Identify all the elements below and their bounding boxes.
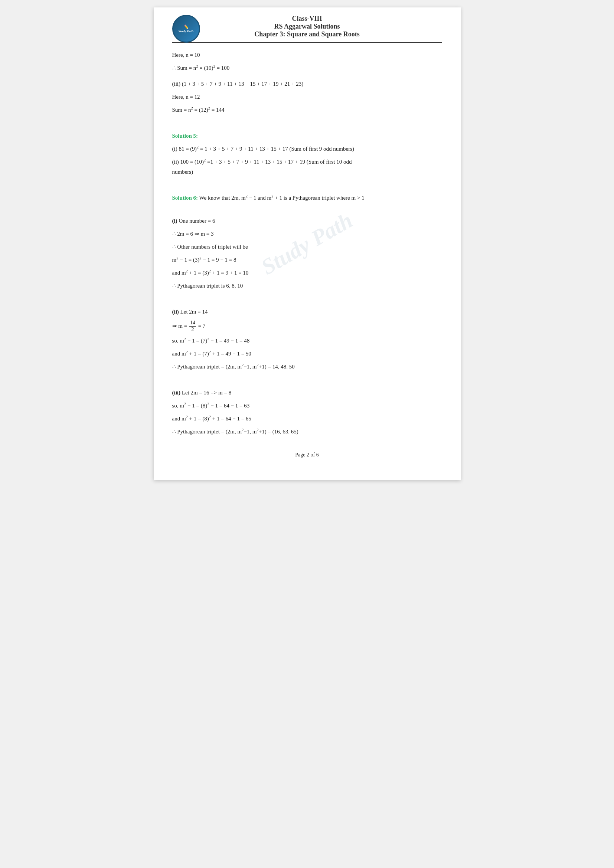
part-i-m2-1: m2 − 1 = (3)2 − 1 = 9 − 1 = 8 (172, 255, 442, 265)
page-header: ✏️ Study Path Class-VIII RS Aggarwal Sol… (172, 15, 442, 43)
part-iii-m2+1: and m2 + 1 = (8)2 + 1 = 64 + 1 = 65 (172, 414, 442, 424)
sol5-ii: (ii) 100 = (10)2 =1 + 3 + 5 + 7 + 9 + 11… (172, 157, 442, 177)
header-chapter: Chapter 3: Square and Square Roots (172, 30, 442, 38)
part-iii-m2-1: so, m2 − 1 = (8)2 − 1 = 64 − 1 = 63 (172, 401, 442, 411)
main-content: Here, n = 10 ∴ Sum = n2 = (10)2 = 100 (i… (172, 50, 442, 437)
solution6-label-line: Solution 6: We know that 2m, m2 − 1 and … (172, 193, 442, 203)
part-ii-m-fraction: ⇒ m = 14 2 = 7 (172, 320, 442, 333)
logo-text: ✏️ Study Path (178, 24, 194, 34)
part-i-2m: ∴ 2m = 6 ⇒ m = 3 (172, 229, 442, 239)
page-number: Page 2 of 6 (295, 452, 318, 457)
part-iii-header: (iii) Let 2m = 16 => m = 8 (172, 388, 442, 398)
part-ii-m2-1: so, m2 − 1 = (7)2 − 1 = 49 − 1 = 48 (172, 336, 442, 346)
logo: ✏️ Study Path (172, 15, 202, 45)
part-iii-triplet: ∴ Pythagorean triplet = (2m, m2−1, m2+1)… (172, 427, 442, 437)
part-i-m2+1: and m2 + 1 = (3)2 + 1 = 9 + 1 = 10 (172, 268, 442, 278)
part-ii-m2+1: and m2 + 1 = (7)2 + 1 = 49 + 1 = 50 (172, 349, 442, 359)
part-i-other: ∴ Other numbers of triplet will be (172, 242, 442, 252)
header-class: Class-VIII (172, 15, 442, 23)
line-sum-n12: Sum = n2 = (12)2 = 144 (172, 105, 442, 115)
header-book: RS Aggarwal Solutions (172, 23, 442, 30)
part-ii-triplet: ∴ Pythagorean triplet = (2m, m2−1, m2+1)… (172, 362, 442, 372)
line-here-n12: Here, n = 12 (172, 92, 442, 102)
page-footer: Page 2 of 6 (172, 448, 442, 458)
logo-circle: ✏️ Study Path (172, 15, 200, 43)
part-ii-header: (ii) Let 2m = 14 (172, 307, 442, 317)
line-here-n10: Here, n = 10 (172, 50, 442, 60)
sol5-i: (i) 81 = (9)2 = 1 + 3 + 5 + 7 + 9 + 11 +… (172, 144, 442, 154)
line-iii-series: (iii) (1 + 3 + 5 + 7 + 9 + 11 + 13 + 15 … (172, 79, 442, 89)
part-i-header: (i) One number = 6 (172, 216, 442, 226)
part-i-triplet: ∴ Pythagorean triplet is 6, 8, 10 (172, 281, 442, 291)
page: Study Path ✏️ Study Path Class-VIII RS A… (154, 8, 460, 480)
solution5-label: Solution 5: (172, 131, 442, 141)
fraction-14-over-2: 14 2 (189, 320, 196, 333)
line-sum-n10: ∴ Sum = n2 = (10)2 = 100 (172, 63, 442, 73)
